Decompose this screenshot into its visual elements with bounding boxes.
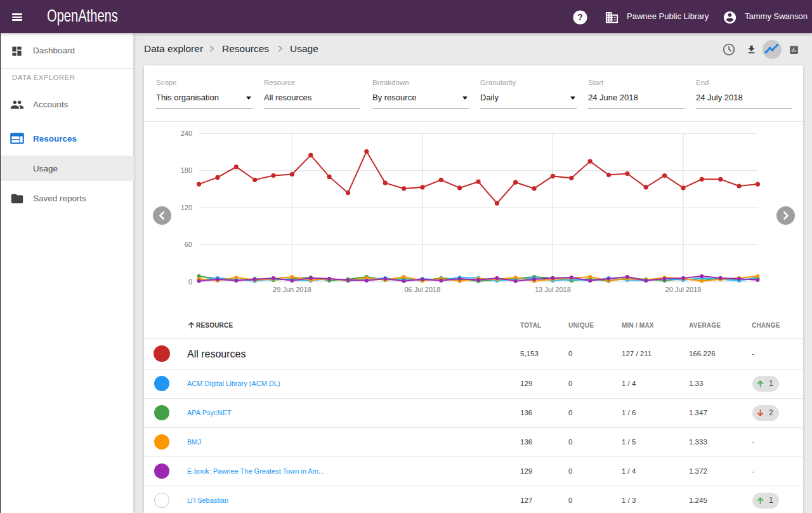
svg-text:240: 240 <box>181 130 192 137</box>
svg-text:60: 60 <box>185 241 192 248</box>
svg-text:?: ? <box>577 12 583 22</box>
svg-text:0: 0 <box>188 278 192 286</box>
svg-text:120: 120 <box>181 204 192 211</box>
svg-text:180: 180 <box>181 166 192 174</box>
svg-text:20 Jul 2018: 20 Jul 2018 <box>665 286 702 293</box>
svg-text:13 Jul 2018: 13 Jul 2018 <box>535 286 571 293</box>
svg-text:06 Jul 2018: 06 Jul 2018 <box>404 286 440 293</box>
svg-text:29 Jun 2018: 29 Jun 2018 <box>273 286 311 293</box>
